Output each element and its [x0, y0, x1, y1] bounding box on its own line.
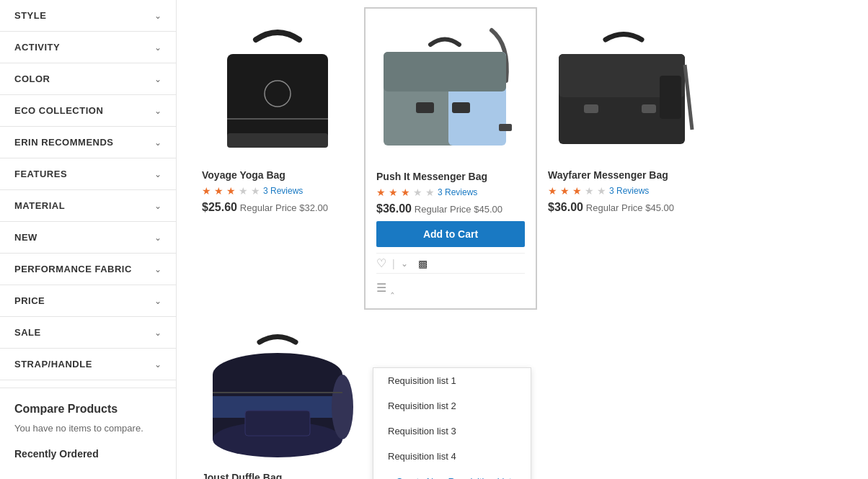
star-filled: ★ — [376, 187, 386, 198]
reviews-link[interactable]: 3 Reviews — [609, 186, 649, 196]
add-to-cart-button[interactable]: Add to Cart — [376, 221, 525, 247]
filter-item-eco-collection[interactable]: ECO COLLECTION⌄ — [0, 95, 176, 127]
filter-list: STYLE⌄ACTIVITY⌄COLOR⌄ECO COLLECTION⌄ERIN… — [0, 0, 176, 380]
requisition-dropdown: Requisition list 1Requisition list 2Requ… — [373, 367, 531, 479]
svg-rect-6 — [384, 52, 506, 91]
star-empty: ★ — [239, 185, 248, 197]
chevron-down-icon[interactable]: ⌄ — [401, 259, 408, 269]
filter-item-new[interactable]: NEW⌄ — [0, 222, 176, 254]
product-image-container — [548, 18, 699, 162]
reviews-link[interactable]: 3 Reviews — [263, 186, 303, 196]
requisition-list-item[interactable]: Requisition list 4 — [373, 444, 531, 469]
star-filled: ★ — [572, 185, 582, 197]
list-icon[interactable]: ☰ — [376, 281, 386, 295]
main-content: Voyage Yoga Bag ★★★★★3 Reviews $25.60 Re… — [177, 0, 868, 479]
price-row: $36.00 Regular Price $45.00 — [376, 202, 525, 215]
star-filled: ★ — [560, 185, 570, 197]
filter-label-strap-handle: STRAP/HANDLE — [14, 359, 92, 370]
chevron-icon-erin-recommends: ⌄ — [154, 138, 161, 148]
filter-item-sale[interactable]: SALE⌄ — [0, 317, 176, 349]
star-filled: ★ — [202, 185, 211, 197]
product-image-container — [202, 321, 353, 465]
price-row: $36.00 Regular Price $45.00 — [548, 201, 699, 214]
filter-label-activity: ACTIVITY — [14, 42, 60, 53]
star-empty: ★ — [413, 187, 422, 198]
create-requisition-list-item[interactable]: + Create New Requisition List — [373, 469, 531, 479]
requisition-list-item[interactable]: Requisition list 2 — [373, 393, 531, 418]
star-empty: ★ — [597, 185, 606, 197]
svg-rect-22 — [245, 411, 310, 436]
filter-item-erin-recommends[interactable]: ERIN RECOMMENDS⌄ — [0, 127, 176, 158]
svg-rect-7 — [416, 102, 434, 113]
filter-item-strap-handle[interactable]: STRAP/HANDLE⌄ — [0, 349, 176, 380]
filter-label-style: STYLE — [14, 10, 46, 21]
price-row: $25.60 Regular Price $32.00 — [202, 201, 353, 214]
products-grid: Voyage Yoga Bag ★★★★★3 Reviews $25.60 Re… — [191, 7, 854, 479]
filter-item-style[interactable]: STYLE⌄ — [0, 0, 176, 32]
sidebar-bottom: Compare Products You have no items to co… — [0, 388, 176, 474]
filter-label-performance-fabric: PERFORMANCE FABRIC — [14, 264, 132, 274]
requisition-list-item[interactable]: Requisition list 1 — [373, 368, 531, 393]
product-card-joust-duffle-bag: Joust Duffle Bag ★★★★★2 Reviews $27.20 R… — [191, 310, 364, 479]
regular-price: Regular Price $45.00 — [586, 202, 674, 213]
filter-item-color[interactable]: COLOR⌄ — [0, 63, 176, 95]
chevron-icon-activity: ⌄ — [154, 42, 161, 53]
filter-label-material: MATERIAL — [14, 200, 65, 211]
star-empty: ★ — [251, 185, 260, 197]
chevron-icon-eco-collection: ⌄ — [154, 106, 161, 116]
filter-label-features: FEATURES — [14, 169, 67, 179]
product-image-container — [376, 19, 528, 164]
requisition-list-item[interactable]: Requisition list 3 — [373, 418, 531, 444]
product-card-wayfarer-messenger-bag: Wayfarer Messenger Bag ★★★★★3 Reviews $3… — [537, 7, 710, 310]
filter-item-price[interactable]: PRICE⌄ — [0, 285, 176, 317]
chevron-icon-style: ⌄ — [154, 11, 161, 21]
product-name: Joust Duffle Bag — [202, 472, 353, 479]
product-card-voyage-yoga-bag: Voyage Yoga Bag ★★★★★3 Reviews $25.60 Re… — [191, 7, 364, 310]
chevron-icon-material: ⌄ — [154, 201, 161, 211]
svg-rect-8 — [452, 102, 470, 113]
chevron-icon-strap-handle: ⌄ — [154, 359, 161, 370]
compare-icon[interactable]: ▩ — [418, 258, 428, 269]
filter-label-new: NEW — [14, 232, 37, 243]
sale-price: $36.00 — [376, 202, 412, 215]
compare-empty-text: You have no items to compare. — [14, 423, 161, 434]
chevron-icon-price: ⌄ — [154, 296, 161, 306]
recently-ordered-title: Recently Ordered — [14, 448, 161, 460]
filter-item-features[interactable]: FEATURES⌄ — [0, 158, 176, 190]
star-filled: ★ — [389, 187, 398, 198]
svg-rect-1 — [227, 133, 328, 148]
star-filled: ★ — [214, 185, 223, 197]
filter-label-erin-recommends: ERIN RECOMMENDS — [14, 137, 114, 148]
sale-price: $25.60 — [202, 201, 237, 213]
product-name: Push It Messenger Bag — [376, 171, 525, 182]
separator: | — [392, 258, 395, 269]
chevron-icon-color: ⌄ — [154, 74, 161, 84]
list-icon-row: ☰ ‸ — [376, 278, 525, 297]
regular-price: Regular Price $45.00 — [415, 204, 502, 215]
chevron-icon-new: ⌄ — [154, 233, 161, 243]
compare-products-title: Compare Products — [14, 403, 161, 416]
product-card-push-it-messenger-bag: Push It Messenger Bag ★★★★★3 Reviews $36… — [364, 7, 537, 310]
svg-rect-14 — [660, 76, 681, 119]
wishlist-icon[interactable]: ♡ — [376, 256, 386, 270]
filter-item-material[interactable]: MATERIAL⌄ — [0, 190, 176, 222]
collapse-icon[interactable]: ‸ — [391, 282, 394, 294]
svg-line-15 — [685, 65, 692, 130]
star-filled: ★ — [226, 185, 236, 197]
regular-price: Regular Price $32.00 — [240, 202, 328, 213]
star-rating: ★★★★★3 Reviews — [376, 187, 525, 198]
filter-label-color: COLOR — [14, 73, 50, 84]
product-name: Voyage Yoga Bag — [202, 169, 353, 181]
svg-rect-9 — [499, 124, 512, 131]
sidebar: STYLE⌄ACTIVITY⌄COLOR⌄ECO COLLECTION⌄ERIN… — [0, 0, 177, 479]
filter-item-performance-fabric[interactable]: PERFORMANCE FABRIC⌄ — [0, 254, 176, 285]
chevron-icon-features: ⌄ — [154, 169, 161, 179]
star-rating: ★★★★★3 Reviews — [202, 185, 353, 197]
reviews-link[interactable]: 3 Reviews — [438, 187, 477, 197]
chevron-icon-sale: ⌄ — [154, 328, 161, 338]
filter-label-sale: SALE — [14, 327, 41, 338]
svg-rect-12 — [584, 104, 598, 113]
svg-rect-13 — [642, 104, 656, 113]
star-filled: ★ — [548, 185, 557, 197]
filter-item-activity[interactable]: ACTIVITY⌄ — [0, 32, 176, 63]
